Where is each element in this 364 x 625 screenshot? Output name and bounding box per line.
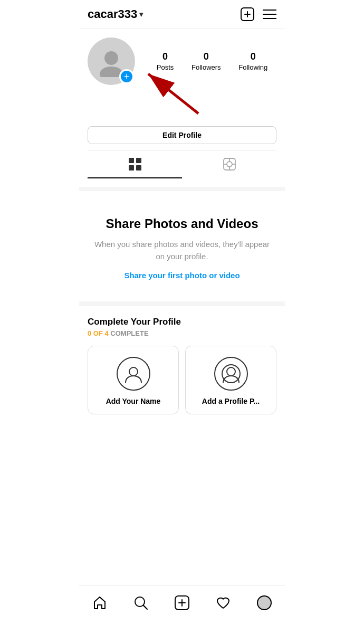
svg-rect-12 xyxy=(136,165,141,171)
complete-progress-indicator: 0 OF 4 COMPLETE xyxy=(88,329,276,337)
tagged-icon xyxy=(223,157,236,171)
svg-point-19 xyxy=(129,367,138,376)
profile-tabs xyxy=(88,150,276,178)
complete-profile-title: Complete Your Profile xyxy=(88,317,276,327)
tab-grid[interactable] xyxy=(88,151,182,178)
tab-tagged[interactable] xyxy=(182,151,276,178)
section-divider xyxy=(79,187,285,191)
complete-cards-row: Add Your Name Add a Profile P... xyxy=(88,346,276,414)
dropdown-chevron-icon: ▾ xyxy=(139,10,143,18)
add-name-icon xyxy=(117,357,150,391)
app-header: cacar333 ▾ xyxy=(79,0,285,29)
add-name-label: Add Your Name xyxy=(106,397,161,405)
svg-rect-10 xyxy=(136,158,141,163)
add-profile-photo-card[interactable]: Add a Profile P... xyxy=(185,346,276,414)
share-photos-section: Share Photos and Videos When you share p… xyxy=(79,191,285,301)
svg-point-20 xyxy=(227,367,235,376)
menu-button[interactable] xyxy=(263,10,276,19)
red-arrow-icon xyxy=(119,61,225,124)
svg-rect-11 xyxy=(129,165,134,171)
arrow-annotation xyxy=(88,87,276,119)
add-name-card[interactable]: Add Your Name xyxy=(88,346,179,414)
svg-point-6 xyxy=(104,51,118,65)
add-profile-photo-icon xyxy=(214,357,248,391)
share-title: Share Photos and Videos xyxy=(92,216,272,231)
edit-profile-button[interactable]: Edit Profile xyxy=(88,126,276,144)
share-description: When you share photos and videos, they'l… xyxy=(92,239,272,262)
share-first-photo-link[interactable]: Share your first photo or video xyxy=(124,271,240,280)
add-profile-photo-label: Add a Profile P... xyxy=(202,397,260,405)
username-text: cacar333 xyxy=(88,7,137,21)
progress-fraction: 0 OF 4 xyxy=(88,329,109,337)
new-post-button[interactable] xyxy=(241,7,254,21)
svg-rect-9 xyxy=(129,158,134,163)
svg-point-14 xyxy=(227,162,232,167)
following-label: Following xyxy=(238,63,267,71)
header-actions xyxy=(241,7,276,21)
grid-icon xyxy=(128,157,142,171)
progress-label: COMPLETE xyxy=(109,329,149,337)
section-divider-2 xyxy=(79,301,285,306)
complete-profile-section: Complete Your Profile 0 OF 4 COMPLETE Ad… xyxy=(79,306,285,423)
username-display[interactable]: cacar333 ▾ xyxy=(88,7,143,21)
following-count: 0 xyxy=(251,51,256,62)
profile-section: + 0 Posts 0 Followers 0 Following xyxy=(79,29,285,187)
following-stat[interactable]: 0 Following xyxy=(238,51,267,71)
